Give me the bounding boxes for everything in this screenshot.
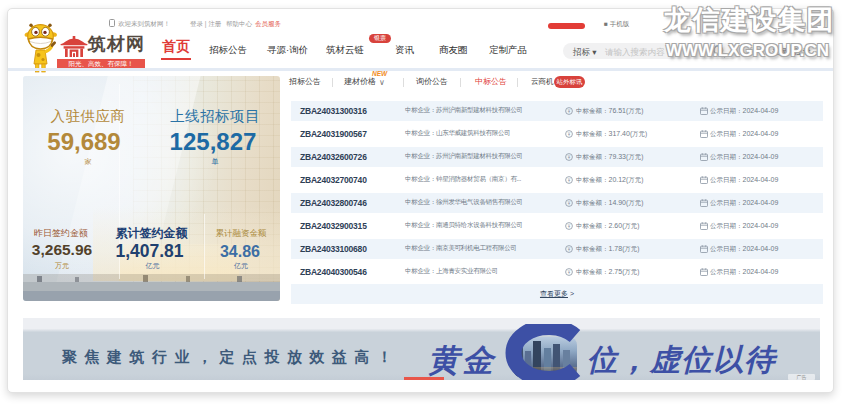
svg-text:¥: ¥ [568,109,571,114]
svg-text:¥: ¥ [568,201,571,206]
svg-text:¥: ¥ [568,155,571,160]
svg-text:¥: ¥ [568,270,571,275]
svg-text:¥: ¥ [568,224,571,229]
svg-text:¥: ¥ [568,178,571,183]
svg-text:¥: ¥ [568,247,571,252]
svg-text:¥: ¥ [568,132,571,137]
